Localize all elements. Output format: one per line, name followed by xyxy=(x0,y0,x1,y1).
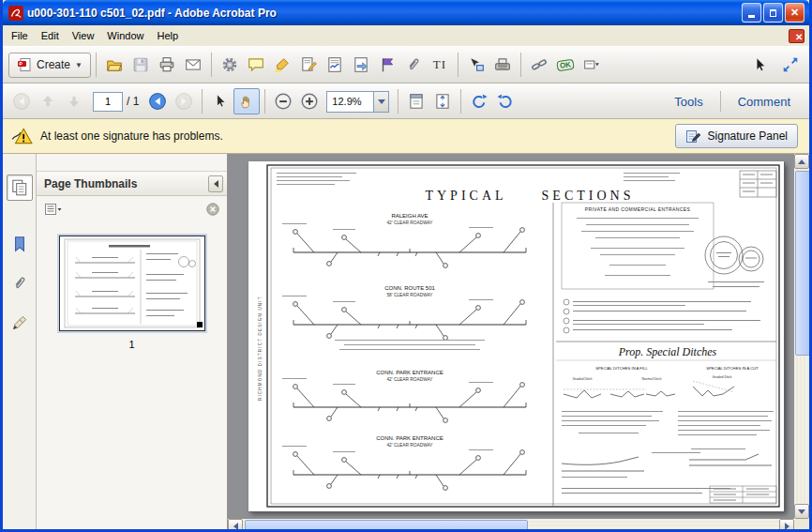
menu-view[interactable]: View xyxy=(66,27,101,44)
page-up-button[interactable] xyxy=(35,88,61,114)
vertical-scroll-track[interactable] xyxy=(794,154,809,519)
page-1-thumbnail[interactable] xyxy=(59,236,205,331)
attachments-pane-button[interactable] xyxy=(7,270,33,296)
menu-edit[interactable]: Edit xyxy=(35,27,66,44)
expand-arrows-icon xyxy=(781,55,800,74)
close-button[interactable]: ✕ xyxy=(785,3,804,23)
panel-options-row xyxy=(37,196,227,220)
menubar-close-button[interactable]: ✕ xyxy=(789,29,804,43)
menu-window[interactable]: Window xyxy=(100,27,150,44)
next-view-button[interactable] xyxy=(171,88,197,114)
scroll-right-button[interactable] xyxy=(779,519,794,532)
up-arrow-icon xyxy=(39,93,56,110)
menu-help[interactable]: Help xyxy=(150,27,185,44)
horizontal-scroll-thumb[interactable] xyxy=(245,520,528,532)
pages-icon xyxy=(10,178,29,197)
previous-page-button[interactable] xyxy=(8,88,35,114)
cursor-icon xyxy=(212,93,229,110)
normal-ditch-label: Normal Ditch xyxy=(642,377,662,381)
down-arrow-icon xyxy=(798,509,805,514)
stamp-button[interactable]: OK xyxy=(552,52,579,78)
navigation-pane-strip xyxy=(3,154,37,532)
toolbar-separator xyxy=(211,53,212,77)
hand-tool-button[interactable] xyxy=(233,88,260,114)
vertical-scroll-thumb[interactable] xyxy=(795,171,810,356)
minimize-button[interactable] xyxy=(742,3,761,23)
acrobat-window: u000-301-110 c501_02.pdf - Adobe Acrobat… xyxy=(0,0,812,532)
edit-document-button[interactable] xyxy=(295,52,322,78)
menu-file[interactable]: File xyxy=(5,27,35,44)
close-circle-icon xyxy=(206,203,219,216)
zoom-out-button[interactable] xyxy=(270,88,296,114)
highlighter-icon xyxy=(274,56,291,73)
section-1-name: RALEIGH AVE xyxy=(391,213,428,219)
form-field-button[interactable] xyxy=(579,52,605,78)
page-display-mode-button[interactable] xyxy=(403,88,429,114)
add-text-button[interactable]: TI xyxy=(427,52,453,78)
section-2-name: CONN. ROUTE 501 xyxy=(384,285,435,291)
page-thumbnails-pane-button[interactable] xyxy=(7,175,33,201)
sticky-note-button[interactable] xyxy=(243,52,269,78)
link-icon xyxy=(531,56,548,73)
flag-button[interactable] xyxy=(374,52,400,78)
section-4-name: CONN. PARK ENTRANCE xyxy=(376,435,444,441)
attach-file-button[interactable] xyxy=(400,52,427,78)
link-button[interactable] xyxy=(526,52,552,78)
pointer-tool-button[interactable] xyxy=(747,52,774,78)
signatures-pane-button[interactable] xyxy=(7,310,33,336)
select-object-icon xyxy=(468,56,485,73)
zoom-combobox[interactable]: 12.9% xyxy=(326,91,389,113)
scroll-left-button[interactable] xyxy=(228,519,243,532)
sign-document-button[interactable] xyxy=(322,52,348,78)
rotate-cw-icon xyxy=(496,92,515,111)
horizontal-scrollbar xyxy=(228,519,794,532)
horizontal-scroll-track[interactable] xyxy=(228,519,794,532)
page-number-input[interactable] xyxy=(93,92,123,112)
scrolling-mode-button[interactable] xyxy=(429,88,456,114)
drawing-sheet: RICHMOND DISTRICT DESIGN UNIT TYPICAL SE… xyxy=(248,161,784,511)
bookmarks-pane-button[interactable] xyxy=(7,231,33,257)
create-button[interactable]: Create ▼ xyxy=(8,53,91,78)
ok-stamp-icon: OK xyxy=(556,58,574,70)
zoom-dropdown-button[interactable] xyxy=(373,92,388,112)
entrances-title: PRIVATE AND COMMERCIAL ENTRANCES xyxy=(585,206,691,212)
page-pencil-icon xyxy=(300,56,317,73)
collapse-panel-button[interactable] xyxy=(208,175,223,192)
export-document-button[interactable] xyxy=(348,52,374,78)
sheet-title-word1: TYPICAL xyxy=(425,189,506,203)
highlight-text-button[interactable] xyxy=(269,52,295,78)
minimize-icon xyxy=(748,15,755,18)
document-pane: RICHMOND DISTRICT DESIGN UNIT TYPICAL SE… xyxy=(228,154,794,532)
scroll-up-button[interactable] xyxy=(794,154,809,169)
comment-tab[interactable]: Comment xyxy=(725,84,804,118)
page-arrow-icon xyxy=(353,56,369,73)
page-down-button[interactable] xyxy=(61,88,87,114)
select-tool-button[interactable] xyxy=(207,88,233,114)
panel-close-button[interactable] xyxy=(206,203,219,216)
menu-bar: File Edit View Window Help ✕ xyxy=(3,25,809,46)
minus-circle-icon xyxy=(274,92,293,111)
typewriter-button[interactable] xyxy=(489,52,516,78)
settings-button[interactable] xyxy=(217,52,243,78)
main-toolbar: Create ▼ TI OK xyxy=(3,46,809,84)
thumbnail-options-button[interactable] xyxy=(44,203,63,216)
paperclip-icon xyxy=(11,275,28,292)
signature-panel-label: Signature Panel xyxy=(708,129,788,143)
zoom-in-button[interactable] xyxy=(296,88,323,114)
chevron-down-icon xyxy=(378,99,385,104)
save-file-button[interactable] xyxy=(128,52,154,78)
text-tool-icon: TI xyxy=(433,57,446,72)
maximize-button[interactable] xyxy=(763,3,783,23)
signature-panel-button[interactable]: Signature Panel xyxy=(675,124,798,148)
rotate-clockwise-button[interactable] xyxy=(492,88,519,114)
select-object-button[interactable] xyxy=(463,52,489,78)
previous-view-button[interactable] xyxy=(144,88,171,114)
rotate-counterclockwise-button[interactable] xyxy=(466,88,492,114)
tools-tab[interactable]: Tools xyxy=(661,84,715,118)
email-button[interactable] xyxy=(180,52,206,78)
print-button[interactable] xyxy=(154,52,180,78)
scroll-down-button[interactable] xyxy=(794,504,809,519)
open-file-button[interactable] xyxy=(101,52,128,78)
section-4-sub: 42' CLEAR ROADWAY xyxy=(386,443,433,448)
fullscreen-button[interactable] xyxy=(777,52,804,78)
